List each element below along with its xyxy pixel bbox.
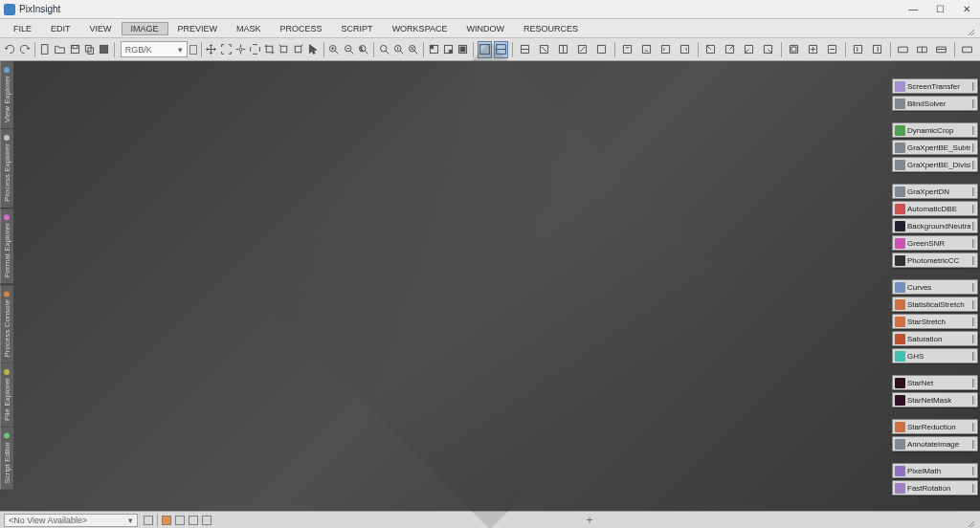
view-selector-dropdown[interactable]: <No View Available> ▾ [4,514,138,527]
process-handle[interactable] [972,423,975,431]
panel-tab-script-editor[interactable]: Script Editor [0,428,13,490]
arr-bl-button[interactable] [741,41,758,58]
process-tile-greensnr[interactable]: GreenSNR [892,235,978,251]
process-tile-fastrotation[interactable]: FastRotation [892,480,978,495]
maximize-button[interactable]: ☐ [930,3,949,16]
panel-tab-process-console[interactable]: Process Console [0,285,13,363]
process-handle[interactable] [972,467,975,475]
add-view-button[interactable]: ＋ [584,512,595,528]
canvas-area[interactable] [0,61,980,511]
statusbar-resize-handle[interactable] [967,516,976,525]
open-button[interactable] [54,41,66,58]
menu-mask[interactable]: MASK [227,22,271,35]
crop-tool-button[interactable] [263,41,276,58]
view-select-c[interactable] [457,41,469,58]
process-handle[interactable] [972,484,975,493]
prev-a-button[interactable] [619,41,636,58]
process-handle[interactable] [972,318,975,326]
prev-c-button[interactable] [657,41,675,58]
process-tile-starstretch[interactable]: StarStretch [892,314,978,329]
prev-d-button[interactable] [677,41,694,58]
new-button[interactable] [39,41,52,58]
panel-tab-file-explorer[interactable]: File Explorer [0,363,13,427]
channel-toggle[interactable] [189,45,197,55]
panel-tab-format-explorer[interactable]: Format Explorer [0,209,13,283]
menu-workspace[interactable]: WORKSPACE [383,22,457,35]
process-tile-blindsolver[interactable]: BlindSolver [892,96,978,111]
col-b-button[interactable] [869,41,886,58]
process-tile-annotateimage[interactable]: AnnotateImage [892,436,978,451]
process-handle[interactable] [972,396,975,405]
process-handle[interactable] [972,440,975,449]
rotate-right-button[interactable] [292,41,304,58]
channel-swatch-a[interactable] [162,516,171,525]
process-handle[interactable] [972,283,975,292]
process-tile-dynamiccrop[interactable]: DynamicCrop [892,122,978,138]
save-button[interactable] [68,41,80,58]
arr-tl-button[interactable] [702,41,720,58]
mask-a-button[interactable] [517,41,534,58]
minimize-button[interactable]: — [903,3,923,16]
process-handle[interactable] [972,82,975,91]
fit-tool-button[interactable] [219,41,232,58]
pointer-button[interactable] [307,41,320,58]
view-select-a[interactable] [428,41,440,58]
pan-tool-button[interactable] [249,41,261,58]
menu-script[interactable]: SCRIPT [332,22,383,35]
process-tile-screentransfer[interactable]: ScreenTransfer [892,78,978,94]
process-handle[interactable] [972,335,975,343]
menu-edit[interactable]: EDIT [41,22,80,35]
process-tile-backgroundneutralization[interactable]: BackgroundNeutralization [892,218,978,233]
process-tile-starnetmask[interactable]: StarNetMask [892,392,978,407]
channel-swatch-c[interactable] [189,516,198,525]
zoom-in-button[interactable] [327,41,340,58]
zoom-actual-button[interactable]: 1 [357,41,369,58]
process-tile-ghs[interactable]: GHS [892,348,978,363]
menu-file[interactable]: FILE [4,22,41,35]
menu-window[interactable]: WINDOW [457,22,514,35]
mon-b-button[interactable] [914,41,931,58]
mon-d-button[interactable] [959,41,976,58]
process-tile-pixelmath[interactable]: PixelMath [892,463,978,478]
rotate-left-button[interactable] [278,41,290,58]
process-tile-starreduction[interactable]: StarReduction [892,419,978,434]
channel-swatch-b[interactable] [175,516,185,525]
mask-d-button[interactable] [574,41,591,58]
menu-image[interactable]: IMAGE [122,22,168,35]
process-handle[interactable] [972,161,975,169]
process-handle[interactable] [972,205,975,213]
arr-br-button[interactable] [760,41,777,58]
process-tile-graxpertdn[interactable]: GraXpertDN [892,184,978,199]
process-tile-automaticdbe[interactable]: AutomaticDBE [892,201,978,216]
process-tile-photometriccc[interactable]: PhotometricCC [892,253,978,268]
mon-a-button[interactable] [895,41,912,58]
zoom-search-button[interactable] [392,41,405,58]
menu-view[interactable]: VIEW [80,22,122,35]
process-tile-graxpertbe-subtraction[interactable]: GraXpertBE_Subtraction [892,140,978,155]
grid-c-button[interactable] [824,41,841,58]
save-all-button[interactable] [98,41,110,58]
mask-c-button[interactable] [555,41,572,58]
process-handle[interactable] [972,187,975,196]
process-handle[interactable] [972,143,975,152]
process-handle[interactable] [972,379,975,387]
channel-swatch-d[interactable] [202,516,212,525]
panel-tab-view-explorer[interactable]: View Explorer [0,61,13,128]
center-tool-button[interactable] [234,41,247,58]
menubar-resize-handle[interactable] [967,24,976,33]
process-handle[interactable] [972,222,975,231]
process-tile-starnet[interactable]: StarNet [892,375,978,390]
close-button[interactable]: ✕ [957,3,976,16]
process-tile-graxpertbe-division[interactable]: GraXpertBE_Division [892,157,978,172]
zoom-out-button[interactable] [343,41,355,58]
menu-preview[interactable]: PREVIEW [168,22,228,35]
move-tool-button[interactable] [205,41,217,58]
zoom-fit-button[interactable] [378,41,390,58]
process-handle[interactable] [972,352,975,361]
mask-b-button[interactable] [536,41,553,58]
grid-b-button[interactable] [805,41,822,58]
redo-button[interactable] [18,41,31,58]
process-handle[interactable] [972,126,975,135]
panel-tab-process-explorer[interactable]: Process Explorer [0,129,13,208]
process-handle[interactable] [972,300,975,309]
